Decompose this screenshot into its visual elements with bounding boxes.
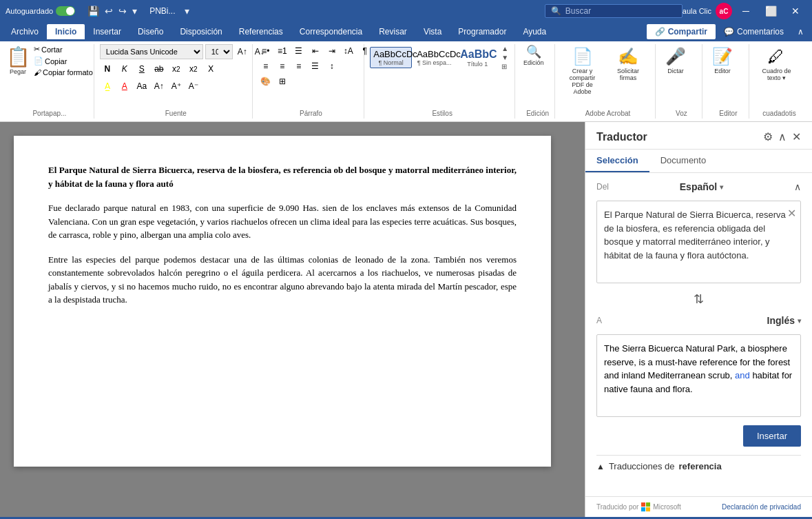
borders-button[interactable]: ⊞ xyxy=(275,74,290,88)
bold-button[interactable]: N xyxy=(100,61,115,77)
paragraph-3[interactable]: Entre las especies del parque podemos de… xyxy=(48,253,517,307)
close-button[interactable]: ✕ xyxy=(784,0,806,22)
subscript-button[interactable]: x2 xyxy=(169,61,184,77)
tab-correspondencia[interactable]: Correspondencia xyxy=(291,24,371,39)
textbox-button[interactable]: 🖊 Cuadro de texto ▾ xyxy=(755,44,798,94)
tab-diseno[interactable]: Diseño xyxy=(129,24,171,39)
justify-button[interactable]: ☰ xyxy=(308,59,323,73)
bullets-button[interactable]: ≡• xyxy=(258,44,273,58)
source-text-box[interactable]: El Parque Natural de Sierra Bicuerca, re… xyxy=(596,201,801,283)
tab-archivo[interactable]: Archivo xyxy=(3,24,47,39)
restore-button[interactable]: ⬜ xyxy=(760,0,782,22)
numbered-list-button[interactable]: ≡1 xyxy=(275,44,290,58)
tab-referencias[interactable]: Referencias xyxy=(231,24,291,39)
sort-button[interactable]: ↕A xyxy=(341,44,356,58)
underline-button[interactable]: S xyxy=(134,61,149,77)
tab-inicio[interactable]: Inicio xyxy=(47,24,85,39)
source-clear-button[interactable]: ✕ xyxy=(787,205,796,222)
from-lang-collapse[interactable]: ∧ xyxy=(794,181,801,192)
paste-button[interactable]: 📋 Pegar xyxy=(6,44,30,77)
translation-text: The Sierra Bicuerca Natural Park, a bios… xyxy=(604,343,792,394)
undo-icon[interactable]: ↩ xyxy=(105,6,113,17)
voice-group-label: Voz xyxy=(661,110,702,117)
from-lang-selector[interactable]: Español ▾ xyxy=(680,181,723,192)
font-size-up-button[interactable]: A⁺ xyxy=(169,79,184,94)
dictate-button[interactable]: 🎤 Dictar xyxy=(661,44,690,87)
swap-languages-button[interactable]: ⇅ xyxy=(694,292,704,307)
copy-button[interactable]: 📄 Copiar xyxy=(32,56,95,66)
line-spacing-button[interactable]: ↕ xyxy=(324,59,340,73)
styles-scroll-down[interactable]: ▼ xyxy=(501,53,509,62)
translator-close-icon[interactable]: ✕ xyxy=(792,130,801,143)
ribbon-collapse-button[interactable]: ∧ xyxy=(792,24,809,39)
font-family-select[interactable]: Lucida Sans Unicode xyxy=(100,44,203,59)
style-titulo1[interactable]: AaBbC Título 1 xyxy=(457,46,498,70)
minimize-button[interactable]: ─ xyxy=(735,0,757,22)
font-size-down-button[interactable]: A⁻ xyxy=(186,79,201,94)
create-pdf-button[interactable]: 📄 Crear y compartir PDF de Adobe xyxy=(561,44,604,108)
editing-button[interactable]: 🔍 Edición xyxy=(521,44,547,68)
strikethrough-button[interactable]: ab xyxy=(152,61,167,77)
translator-tab-selection[interactable]: Selección xyxy=(585,150,649,172)
para-row-3: 🎨 ⊞ xyxy=(258,74,290,88)
translator-collapse-icon[interactable]: ∧ xyxy=(778,130,787,143)
font-size-select[interactable]: 10,5 xyxy=(205,44,233,59)
paragraph-2[interactable]: Fue declarado parque natural en 1983, co… xyxy=(48,201,517,242)
to-lang-selector[interactable]: Inglés ▾ xyxy=(767,315,801,326)
insert-button[interactable]: Insertar xyxy=(743,425,801,447)
align-center-button[interactable]: ≡ xyxy=(275,59,290,73)
search-input[interactable] xyxy=(565,6,662,16)
style-normal[interactable]: AaBbCcDc ¶ Normal xyxy=(370,47,412,68)
text-color-button[interactable]: A xyxy=(117,79,132,94)
clipboard-side: ✂ Cortar 📄 Copiar 🖌 Copiar formato xyxy=(32,44,95,77)
style-no-spacing[interactable]: AaBbCcDc ¶ Sin espa... xyxy=(413,47,455,68)
title-bar-icons: 💾 ↩ ↪ ▾ xyxy=(87,6,137,17)
translator-tab-document[interactable]: Documento xyxy=(649,150,717,172)
styles-scroll-up[interactable]: ▲ xyxy=(501,44,509,53)
redo-icon[interactable]: ↪ xyxy=(118,6,127,17)
profile-avatar[interactable]: aC xyxy=(716,3,732,19)
decrease-indent-button[interactable]: ⇤ xyxy=(308,44,323,58)
cut-button[interactable]: ✂ Cortar xyxy=(32,44,95,54)
paragraph-group: ≡• ≡1 ☰ ⇤ ⇥ ↕A ¶ ≡ ≡ ≡ ☰ ↕ 🎨 ⊞ Párrafo xyxy=(258,44,364,119)
to-lang-chevron: ▾ xyxy=(798,317,801,325)
editor-button[interactable]: 📝 Editor xyxy=(708,44,737,87)
customize-icon[interactable]: ▾ xyxy=(132,6,137,17)
autosave-toggle[interactable] xyxy=(56,6,75,16)
format-paint-button[interactable]: 🖌 Copiar formato xyxy=(32,68,95,77)
reference-chevron: ▲ xyxy=(596,462,605,471)
tab-programador[interactable]: Programador xyxy=(450,24,514,39)
tab-vista[interactable]: Vista xyxy=(415,24,450,39)
font-effects-button[interactable]: A↑ xyxy=(152,79,167,94)
filename-chevron[interactable]: ▾ xyxy=(185,6,189,17)
align-right-button[interactable]: ≡ xyxy=(291,59,306,73)
multilevel-list-button[interactable]: ☰ xyxy=(291,44,306,58)
tab-revisar[interactable]: Revisar xyxy=(371,24,415,39)
title-search-box[interactable]: 🔍 xyxy=(545,4,683,18)
ribbon-content: 📋 Pegar ✂ Cortar 📄 Copiar 🖌 Copiar forma… xyxy=(0,41,812,122)
save-icon[interactable]: 💾 xyxy=(87,6,99,17)
increase-indent-button[interactable]: ⇥ xyxy=(324,44,340,58)
editing-content: 🔍 Edición xyxy=(521,44,549,119)
tab-disposicion[interactable]: Disposición xyxy=(171,24,230,39)
clear-format-button[interactable]: Ⅹ xyxy=(203,61,218,77)
text-highlight-button[interactable]: A̲ xyxy=(100,79,115,94)
reference-header[interactable]: ▲ Traducciones de referencia xyxy=(596,461,801,471)
shading-button[interactable]: 🎨 xyxy=(258,74,273,88)
superscript-button[interactable]: x2 xyxy=(186,61,201,77)
request-signatures-button[interactable]: ✍ Solicitar firmas xyxy=(607,44,649,94)
textbox-content: 🖊 Cuadro de texto ▾ xyxy=(755,44,798,119)
increase-font-button[interactable]: A↑ xyxy=(235,44,250,59)
comments-button[interactable]: 💬 Comentarios xyxy=(716,24,792,39)
tab-insertar[interactable]: Insertar xyxy=(85,24,129,39)
reference-label-bold: referencia xyxy=(679,461,722,471)
privacy-link[interactable]: Declaración de privacidad xyxy=(722,503,801,511)
font-color-button[interactable]: Aa xyxy=(134,79,149,94)
align-left-button[interactable]: ≡ xyxy=(258,59,273,73)
styles-expand[interactable]: ⊞ xyxy=(501,62,509,71)
translator-settings-icon[interactable]: ⚙ xyxy=(763,130,773,143)
share-button[interactable]: 🔗 Compartir xyxy=(647,24,716,39)
editor-group: 📝 Editor Editor xyxy=(708,44,749,119)
tab-ayuda[interactable]: Ayuda xyxy=(514,24,554,39)
italic-button[interactable]: K xyxy=(117,61,132,77)
